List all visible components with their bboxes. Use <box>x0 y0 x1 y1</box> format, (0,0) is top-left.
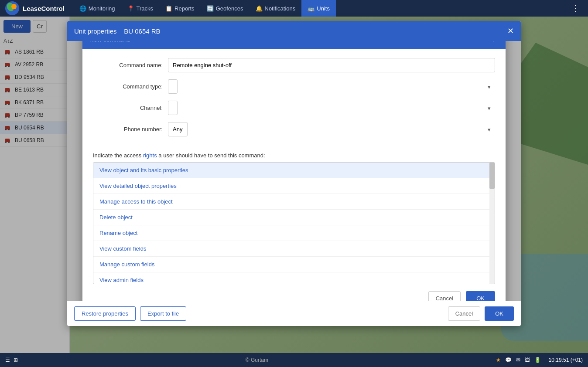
channel-label: Channel: <box>93 105 163 111</box>
new-command-modal: New command ✕ Command name: Command type… <box>82 41 506 301</box>
new-command-cancel-button[interactable]: Cancel <box>428 291 461 301</box>
top-nav: LeaseControl 🌐 Monitoring 📍 Tracks 📋 Rep… <box>0 0 588 17</box>
battery-icon[interactable]: 🔋 <box>534 357 541 363</box>
phone-number-arrow: ▾ <box>488 126 491 133</box>
logo-icon <box>4 0 20 16</box>
star-icon[interactable]: ★ <box>496 357 501 363</box>
channel-select[interactable] <box>168 101 178 115</box>
new-command-ok-button[interactable]: OK <box>466 291 495 301</box>
command-name-row: Command name: <box>93 58 495 72</box>
access-list-item[interactable]: View admin fields <box>93 272 495 284</box>
view-list-icon[interactable]: ☰ <box>5 357 10 363</box>
unit-props-title: Unit properties – BU 0654 RB <box>74 27 161 35</box>
command-type-wrapper: ▾ <box>168 79 495 94</box>
new-command-title: New command <box>89 41 130 43</box>
access-list-item[interactable]: Delete object <box>93 210 495 225</box>
unit-props-body: New command ✕ Command name: Command type… <box>67 41 521 301</box>
access-note-text-2: a user should have to send this command: <box>157 152 265 159</box>
command-type-arrow: ▾ <box>488 83 491 90</box>
nav-notifications[interactable]: 🔔 Notifications <box>250 0 302 17</box>
unit-props-backdrop: Unit properties – BU 0654 RB ✕ New comma… <box>0 17 588 353</box>
access-note-link: rights <box>143 152 157 159</box>
access-list-item[interactable]: View detailed object properties <box>93 178 495 194</box>
reports-icon: 📋 <box>165 5 172 12</box>
unit-props-footer: Restore properties Export to file Cancel… <box>67 301 521 326</box>
time-display: 10:19:51 (+01) <box>549 357 583 363</box>
access-list-item[interactable]: Rename object <box>93 225 495 241</box>
nav-notifications-label: Notifications <box>265 5 296 12</box>
access-list-scrollbar-thumb[interactable] <box>489 163 495 189</box>
access-list-item[interactable]: Manage access to this object <box>93 194 495 210</box>
unit-props-ok-button[interactable]: OK <box>485 306 514 321</box>
tracks-icon: 📍 <box>127 5 134 12</box>
command-type-label: Command type: <box>93 83 163 90</box>
nav-tracks[interactable]: 📍 Tracks <box>121 0 160 17</box>
status-bar: ☰ ⊞ © Gurtam ★ 💬 ✉ 🖼 🔋 10:19:51 (+01) <box>0 353 588 367</box>
unit-props-dialog: Unit properties – BU 0654 RB ✕ New comma… <box>67 21 521 326</box>
nav-units[interactable]: 🚌 Units <box>301 0 336 17</box>
app-title: LeaseControl <box>23 5 65 12</box>
dialog-footer-right: Cancel OK <box>448 306 514 321</box>
command-type-select[interactable] <box>168 79 178 94</box>
new-command-backdrop: New command ✕ Command name: Command type… <box>67 41 521 301</box>
nav-tracks-label: Tracks <box>137 5 154 12</box>
command-name-label: Command name: <box>93 62 163 68</box>
status-bar-center: © Gurtam <box>22 357 492 363</box>
channel-arrow: ▾ <box>488 105 491 111</box>
nav-monitoring[interactable]: 🌐 Monitoring <box>73 0 121 17</box>
new-command-close-button[interactable]: ✕ <box>492 41 499 44</box>
geofences-icon: 🔄 <box>207 5 214 12</box>
command-type-row: Command type: ▾ <box>93 79 495 94</box>
message-icon[interactable]: 💬 <box>505 357 512 363</box>
channel-row: Channel: ▾ <box>93 101 495 115</box>
nav-geofences-label: Geofences <box>216 5 243 12</box>
copyright-text: © Gurtam <box>246 357 268 363</box>
new-command-modal-header: New command ✕ <box>82 41 506 49</box>
access-list-item[interactable]: View object and its basic properties <box>93 163 495 178</box>
unit-props-close-button[interactable]: ✕ <box>507 27 514 35</box>
access-note-text-1: Indicate the access <box>93 152 143 159</box>
phone-number-select[interactable]: Any <box>168 122 188 136</box>
phone-number-label: Phone number: <box>93 126 163 133</box>
access-list-item[interactable]: View custom fields <box>93 241 495 257</box>
phone-number-row: Phone number: Any ▾ <box>93 122 495 136</box>
access-rights-list: View object and its basic propertiesView… <box>93 162 495 284</box>
nav-reports[interactable]: 📋 Reports <box>159 0 201 17</box>
app-logo[interactable]: LeaseControl <box>4 0 65 16</box>
svg-point-2 <box>11 4 17 9</box>
image-icon[interactable]: 🖼 <box>525 357 530 363</box>
export-to-file-button[interactable]: Export to file <box>140 306 186 321</box>
new-command-footer: Cancel OK <box>82 284 506 301</box>
dialog-footer-left: Restore properties Export to file <box>74 306 186 321</box>
mail-icon[interactable]: ✉ <box>516 357 520 363</box>
notifications-icon: 🔔 <box>256 5 263 12</box>
nav-geofences[interactable]: 🔄 Geofences <box>201 0 250 17</box>
nav-monitoring-label: Monitoring <box>89 5 115 12</box>
command-name-input[interactable] <box>168 58 495 72</box>
access-list-scrollbar[interactable] <box>489 163 495 284</box>
access-rights-note: Indicate the access rights a user should… <box>82 152 506 159</box>
nav-units-label: Units <box>317 5 330 12</box>
unit-props-cancel-button[interactable]: Cancel <box>448 306 480 321</box>
channel-wrapper: ▾ <box>168 101 495 115</box>
status-bar-right: ★ 💬 ✉ 🖼 🔋 10:19:51 (+01) <box>496 357 583 363</box>
units-icon: 🚌 <box>308 5 315 12</box>
monitoring-icon: 🌐 <box>79 5 86 12</box>
access-list-item[interactable]: Manage custom fields <box>93 257 495 272</box>
restore-properties-button[interactable]: Restore properties <box>74 306 136 321</box>
new-command-body: Command name: Command type: ▾ <box>82 49 506 152</box>
nav-more-button[interactable]: ⋮ <box>567 3 584 13</box>
nav-reports-label: Reports <box>174 5 195 12</box>
phone-number-wrapper: Any ▾ <box>168 122 495 136</box>
status-bar-left: ☰ ⊞ <box>5 357 18 363</box>
unit-props-header: Unit properties – BU 0654 RB ✕ <box>67 21 521 41</box>
view-grid-icon[interactable]: ⊞ <box>14 357 18 363</box>
